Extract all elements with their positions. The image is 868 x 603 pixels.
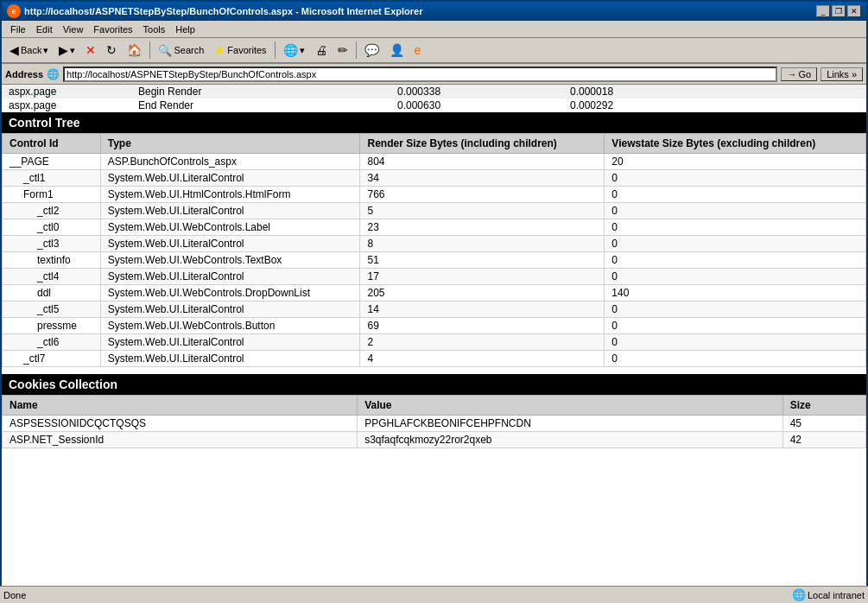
ie-logo-button[interactable]: e: [410, 40, 426, 60]
cookies-header: Cookies Collection: [2, 374, 866, 395]
cell-name: ASPSESSIONIDCQCTQSQS: [3, 416, 358, 432]
cell-viewstate: 0: [605, 219, 866, 236]
table-row: _ctl0 System.Web.UI.WebControls.Label 23…: [3, 219, 866, 236]
cell-render: 205: [360, 285, 605, 302]
cell-viewstate: 0: [605, 187, 866, 203]
table-row: _ctl3 System.Web.UI.LiteralControl 8 0: [3, 236, 866, 252]
cell-control-id: _ctl1: [3, 170, 101, 187]
media-icon: 🌐: [283, 43, 298, 57]
cell-viewstate: 0: [605, 203, 866, 219]
toolbar-separator-1: [149, 41, 150, 59]
forward-button[interactable]: ▶ ▾: [54, 40, 79, 60]
edit-button[interactable]: ✏: [333, 40, 352, 60]
col-viewstate-size: Viewstate Size Bytes (excluding children…: [605, 134, 866, 154]
cell-type: System.Web.UI.WebControls.Button: [100, 318, 360, 334]
media-button[interactable]: 🌐 ▾: [279, 40, 309, 60]
col-render-size: Render Size Bytes (including children): [360, 134, 605, 154]
toolbar-separator-3: [356, 41, 357, 59]
search-button[interactable]: 🔍 Search: [154, 40, 208, 60]
table-row: _ctl6 System.Web.UI.LiteralControl 2 0: [3, 334, 866, 351]
menu-favorites[interactable]: Favorites: [88, 23, 137, 35]
cell-viewstate: 0: [605, 252, 866, 269]
cell-control-id: _ctl0: [3, 219, 101, 236]
back-button[interactable]: ◀ Back ▾: [5, 40, 53, 60]
cell-render: 2: [360, 334, 605, 351]
cell-type: System.Web.UI.WebControls.TextBox: [100, 252, 360, 269]
table-row: ddl System.Web.UI.WebControls.DropDownLi…: [3, 285, 866, 302]
table-row: aspx.page End Render 0.000630 0.000292: [2, 98, 866, 112]
refresh-button[interactable]: ↻: [102, 40, 121, 60]
minimize-button[interactable]: _: [816, 5, 830, 17]
table-row: _ctl1 System.Web.UI.LiteralControl 34 0: [3, 170, 866, 187]
messenger-icon: 👤: [390, 43, 404, 57]
table-row: __PAGE ASP.BunchOfControls_aspx 804 20: [3, 154, 866, 170]
cell-time1: 0.000630: [390, 98, 563, 112]
print-icon: 🖨: [315, 43, 327, 57]
cookies-table: Name Value Size ASPSESSIONIDCQCTQSQS PPG…: [2, 395, 866, 448]
refresh-icon: ↻: [106, 43, 117, 57]
home-button[interactable]: 🏠: [123, 40, 146, 60]
cell-type: System.Web.UI.LiteralControl: [100, 334, 360, 351]
cell-type: System.Web.UI.WebControls.Label: [100, 219, 360, 236]
cell-value: PPGHLAFCKBEONIFCEHPFNCDN: [358, 416, 783, 432]
cell-render: 5: [360, 203, 605, 219]
col-control-id: Control Id: [3, 134, 101, 154]
table-row: _ctl4 System.Web.UI.LiteralControl 17 0: [3, 269, 866, 285]
status-bar: Done 🌐 Local intranet: [0, 586, 868, 603]
cell-event: End Render: [131, 98, 390, 112]
cell-name: ASP.NET_SessionId: [3, 432, 358, 448]
table-row: ASP.NET_SessionId s3qfaqfcqkmozy22ror2qx…: [3, 432, 866, 448]
cell-viewstate: 20: [605, 154, 866, 170]
cell-type: System.Web.UI.HtmlControls.HtmlForm: [100, 187, 360, 203]
forward-dropdown-icon: ▾: [70, 45, 75, 56]
cell-render: 51: [360, 252, 605, 269]
table-row: _ctl7 System.Web.UI.LiteralControl 4 0: [3, 351, 866, 367]
table-row: Form1 System.Web.UI.HtmlControls.HtmlFor…: [3, 187, 866, 203]
cell-category: aspx.page: [2, 85, 131, 98]
cell-viewstate: 0: [605, 334, 866, 351]
menu-help[interactable]: Help: [170, 23, 200, 35]
cell-control-id: _ctl2: [3, 203, 101, 219]
address-label: Address: [5, 69, 43, 79]
favorites-button[interactable]: ★ Favorites: [210, 40, 270, 60]
cell-type: System.Web.UI.LiteralControl: [100, 170, 360, 187]
close-button[interactable]: ✕: [847, 5, 861, 17]
discuss-icon: 💬: [364, 43, 379, 57]
cell-control-id: ddl: [3, 285, 101, 302]
zone-label: Local intranet: [808, 590, 865, 600]
edit-icon: ✏: [338, 43, 348, 57]
cell-control-id: textinfo: [3, 252, 101, 269]
menu-file[interactable]: File: [5, 23, 31, 35]
back-icon: ◀: [10, 43, 19, 57]
cell-control-id: _ctl6: [3, 334, 101, 351]
cell-viewstate: 0: [605, 269, 866, 285]
stop-button[interactable]: ✕: [81, 40, 100, 60]
restore-button[interactable]: ❐: [832, 5, 846, 17]
cell-time1: 0.000338: [390, 85, 563, 98]
cell-type: System.Web.UI.LiteralControl: [100, 351, 360, 367]
go-button[interactable]: → Go: [781, 67, 817, 81]
address-input[interactable]: [63, 67, 777, 82]
cell-control-id: _ctl4: [3, 269, 101, 285]
star-icon: ★: [214, 43, 225, 57]
menu-tools[interactable]: Tools: [138, 23, 171, 35]
cell-render: 8: [360, 236, 605, 252]
menu-edit[interactable]: Edit: [31, 23, 58, 35]
cell-control-id: __PAGE: [3, 154, 101, 170]
cell-render: 4: [360, 351, 605, 367]
discuss-button[interactable]: 💬: [360, 40, 383, 60]
home-icon: 🏠: [127, 43, 142, 57]
col-cookie-value: Value: [358, 396, 783, 416]
table-row: aspx.page Begin Render 0.000338 0.000018: [2, 85, 866, 98]
content-area: aspx.page Begin Render 0.000338 0.000018…: [2, 85, 866, 587]
links-button[interactable]: Links »: [820, 67, 863, 81]
title-bar: e http://localhost/ASPNETStepByStep/Bunc…: [2, 2, 866, 21]
table-row: pressme System.Web.UI.WebControls.Button…: [3, 318, 866, 334]
go-arrow-icon: →: [787, 69, 796, 79]
print-button[interactable]: 🖨: [311, 40, 332, 60]
messenger-button[interactable]: 👤: [385, 40, 409, 60]
address-site-icon: 🌐: [47, 68, 60, 80]
table-row: textinfo System.Web.UI.WebControls.TextB…: [3, 252, 866, 269]
menu-view[interactable]: View: [58, 23, 89, 35]
forward-icon: ▶: [59, 43, 68, 57]
